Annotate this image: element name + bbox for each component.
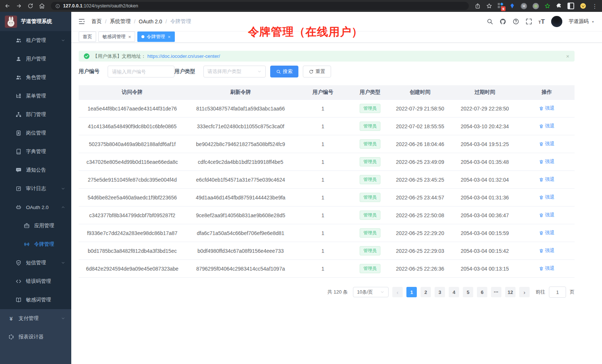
pagination-page-4[interactable]: 4 [449,287,459,297]
extension-command-icon[interactable]: ⌘ [521,3,527,9]
search-icon[interactable] [487,18,493,25]
home-icon[interactable] [39,3,45,9]
close-icon[interactable]: × [128,34,131,39]
reset-button[interactable]: 重置 [303,66,331,77]
kick-out-button[interactable]: 强退 [539,265,554,272]
sidebar-item-notice[interactable]: 通知公告 [0,161,71,179]
tab-token[interactable]: 令牌管理× [137,32,175,42]
profile-avatar-icon[interactable] [580,3,586,9]
extension-gem-icon[interactable] [509,3,515,9]
page-suffix: 页 [570,289,575,295]
user-name[interactable]: 芋道源码 [569,18,589,25]
back-icon[interactable] [4,3,10,9]
cell-user-type: 管理员 [350,135,390,153]
extension-star-icon[interactable] [544,3,550,9]
github-icon[interactable] [500,18,506,25]
cell-user-id: 1 [295,171,350,189]
breadcrumb-item[interactable]: 系统管理 [110,18,131,25]
kick-out-button[interactable]: 强退 [539,212,554,218]
total-count: 共 120 条 [327,289,348,295]
breadcrumb-item[interactable]: 首页 [91,18,102,25]
kick-out-button[interactable]: 强退 [539,158,554,165]
user-id-input[interactable] [108,66,174,77]
kick-out-button[interactable]: 强退 [539,105,554,112]
pagination-page-3[interactable]: 3 [435,287,445,297]
pagination-page-5[interactable]: 5 [463,287,473,297]
next-page-button[interactable]: › [519,287,530,297]
doc-link[interactable]: https://doc.iocoder.cn/user-center/ [147,53,220,59]
user-avatar[interactable] [551,16,562,27]
tab-sensitive-word[interactable]: 敏感词管理× [98,32,135,42]
page-numbers: 123456•••12 [406,287,516,297]
sidebar-item-dict[interactable]: 字典管理 [0,142,71,161]
pagination-ellipsis[interactable]: ••• [491,287,501,297]
column-header-access-token: 访问令牌 [79,85,186,100]
extension-sidepanel-icon[interactable] [567,3,574,9]
caret-down-icon[interactable]: ▾ [592,20,594,24]
sidebar-item-sensitive-word[interactable]: 敏感词管理 [0,291,71,309]
sidebar-toggle-icon[interactable] [78,18,85,25]
chevron-down-icon [61,186,65,191]
kick-out-button[interactable]: 强退 [539,229,554,236]
reload-icon[interactable] [27,3,33,9]
pagination-page-6[interactable]: 6 [477,287,487,297]
cell-user-type: 管理员 [350,100,390,118]
pagination-page-12[interactable]: 12 [505,287,516,297]
pagination-page-2[interactable]: 2 [421,287,431,297]
chevron-down-icon [257,69,262,74]
alert-close-icon[interactable]: × [566,53,569,59]
sidebar-item-menu[interactable]: 菜单管理 [0,87,71,105]
active-dot [141,35,144,38]
sidebar-item-report-designer[interactable]: 报表设计器 [0,328,71,346]
sidebar-item-tenant[interactable]: 租户管理 [0,31,71,50]
kick-out-button[interactable]: 强退 [539,247,554,254]
cell-expire-time: 2054-03-04 00:13:15 [451,260,519,278]
sidebar-item-error-code[interactable]: 错误码管理 [0,272,71,291]
breadcrumb-item[interactable]: OAuth 2.0 [139,19,162,24]
sidebar-item-sms[interactable]: 短信管理 [0,254,71,272]
site-info-icon[interactable] [55,4,60,9]
cell-expire-time: 2054-03-04 00:36:47 [451,206,519,224]
extension-grid-icon[interactable]: 9 [498,3,504,9]
sidebar-item-oauth2[interactable]: OAuth 2.0 [0,198,71,216]
sidebar-item-post[interactable]: 岗位管理 [0,124,71,142]
sidebar-item-label: 部门管理 [26,111,46,118]
sidebar-item-pay[interactable]: ¥支付管理 [0,309,71,328]
user-type-select[interactable]: 请选择用户类型 [203,66,266,77]
pagination-page-1[interactable]: 1 [406,287,417,297]
page-size-select[interactable]: 10条/页 [353,287,389,297]
help-icon[interactable] [513,18,519,25]
kick-out-button[interactable]: 强退 [539,123,554,129]
goto-page-input[interactable] [549,287,566,298]
sidebar-item-oauth2-token[interactable]: 令牌管理 [0,235,71,254]
cell-expire-time: 2054-03-04 01:35:48 [451,153,519,171]
forward-icon[interactable] [16,3,22,9]
kick-out-button[interactable]: 强退 [539,194,554,201]
user-type-tag: 管理员 [360,104,380,113]
sidebar-item-audit-log[interactable]: 审计日志 [0,179,71,198]
tab-home[interactable]: 首页 [79,32,96,42]
trash-icon [539,248,544,253]
prev-page-button[interactable]: ‹ [392,287,403,297]
extensions-puzzle-icon[interactable] [556,3,562,9]
trash-icon [539,159,544,164]
kick-out-button[interactable]: 强退 [539,176,554,183]
kick-out-button[interactable]: 强退 [539,140,554,147]
address-bar[interactable]: 127.0.0.1:1024/system/oauth2/token [51,2,469,10]
cell-create-time: 2022-06-25 22:26:36 [390,260,451,278]
search-button[interactable]: 搜索 [270,66,298,77]
close-icon[interactable]: × [168,34,171,39]
fullscreen-icon[interactable] [526,18,532,25]
sidebar-item-user[interactable]: 用户管理 [0,50,71,68]
user-type-placeholder: 请选择用户类型 [207,68,257,75]
sidebar-item-role[interactable]: 角色管理 [0,68,71,87]
cell-actions: 强退 [519,100,575,118]
browser-menu-icon[interactable]: ⋮ [592,3,598,9]
extension-record-icon[interactable] [533,3,539,9]
share-icon[interactable] [475,3,481,9]
sidebar-item-dept[interactable]: 部门管理 [0,105,71,124]
sidebar-item-oauth2-app[interactable]: 应用管理 [0,216,71,235]
font-size-icon[interactable]: TT [539,18,545,25]
bookmark-star-icon[interactable] [486,3,492,9]
url-host: 127.0.0.1 [63,3,82,9]
